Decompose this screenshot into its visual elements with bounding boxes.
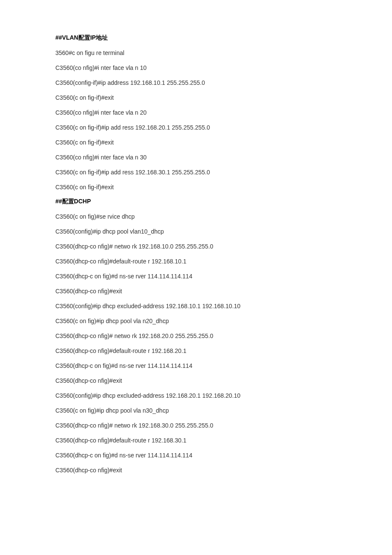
code-line: C3560(co nfig)#i nter face vla n 30 — [55, 153, 337, 162]
code-line: C3560(dhcp-co nfig)#exit — [55, 466, 337, 475]
code-line: C3560(dhcp-co nfig)# netwo rk 192.168.10… — [55, 242, 337, 251]
code-line: C3560(config-if)#ip address 192.168.10.1… — [55, 78, 337, 87]
code-line: C3560(dhcp-co nfig)#exit — [55, 376, 337, 385]
code-line: C3560(c on fig-if)#ip add ress 192.168.3… — [55, 168, 337, 177]
code-line: C3560(dhcp-c on fig)#d ns-se rver 114.11… — [55, 361, 337, 370]
document-container: ##VLAN配置IP地址3560#c on figu re terminalC3… — [55, 34, 337, 475]
section-heading: ##VLAN配置IP地址 — [55, 34, 337, 42]
code-line: C3560(c on fig-if)#exit — [55, 93, 337, 102]
code-line: C3560(co nfig)#i nter face vla n 20 — [55, 108, 337, 117]
code-line: C3560(c on fig-if)#exit — [55, 183, 337, 192]
code-line: C3560(dhcp-co nfig)# netwo rk 192.168.30… — [55, 421, 337, 430]
code-line: C3560(dhcp-c on fig)#d ns-se rver 114.11… — [55, 451, 337, 460]
code-line: 3560#c on figu re terminal — [55, 49, 337, 58]
code-line: C3560(c on fig-if)#exit — [55, 138, 337, 147]
code-line: C3560(dhcp-co nfig)#exit — [55, 287, 337, 296]
code-line: C3560(dhcp-c on fig)#d ns-se rver 114.11… — [55, 272, 337, 281]
code-line: C3560(c on fig)#ip dhcp pool vla n20_dhc… — [55, 317, 337, 326]
code-line: C3560(config)#ip dhcp excluded-address 1… — [55, 391, 337, 400]
code-line: C3560(dhcp-co nfig)#default-route r 192.… — [55, 347, 337, 356]
code-line: C3560(config)#ip dhcp pool vlan10_dhcp — [55, 227, 337, 236]
code-line: C3560(c on fig-if)#ip add ress 192.168.2… — [55, 123, 337, 132]
code-line: C3560(dhcp-co nfig)#default-route r 192.… — [55, 436, 337, 445]
code-line: C3560(c on fig)#se rvice dhcp — [55, 212, 337, 221]
code-line: C3560(c on fig)#ip dhcp pool vla n30_dhc… — [55, 406, 337, 415]
code-line: C3560(config)#ip dhcp excluded-address 1… — [55, 302, 337, 311]
code-line: C3560(dhcp-co nfig)# netwo rk 192.168.20… — [55, 332, 337, 341]
code-line: C3560(dhcp-co nfig)#default-route r 192.… — [55, 257, 337, 266]
section-heading: ##配置DCHP — [55, 198, 337, 205]
code-line: C3560(co nfig)#i nter face vla n 10 — [55, 64, 337, 72]
